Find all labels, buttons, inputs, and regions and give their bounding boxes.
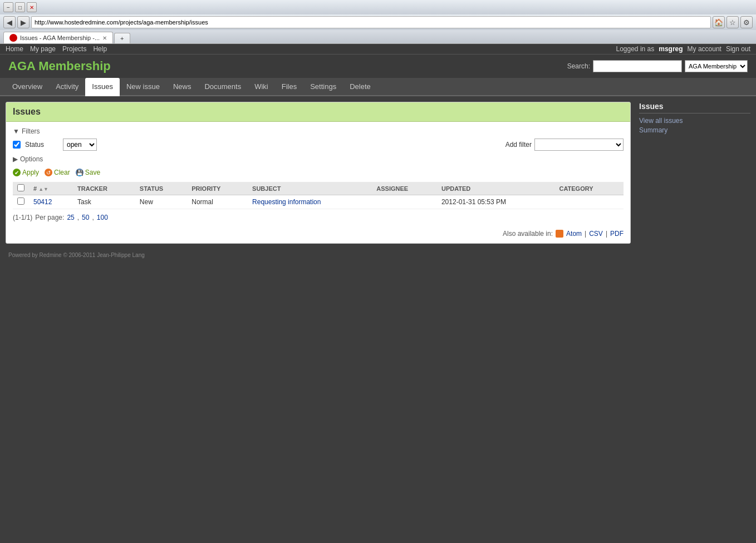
page-footer: Powered by Redmine © 2006-2011 Jean-Phil… xyxy=(0,249,756,261)
tab-files[interactable]: Files xyxy=(275,78,303,95)
tab-bar: Issues - AGA Membership -... ✕ + xyxy=(0,30,756,43)
new-tab-button[interactable]: + xyxy=(114,33,130,43)
col-id[interactable]: # ▲▼ xyxy=(29,182,73,195)
content-wrapper: Issues ▼ Filters Status open closed xyxy=(0,96,756,249)
col-status[interactable]: STATUS xyxy=(135,182,187,195)
col-subject[interactable]: SUBJECT xyxy=(248,182,372,195)
row-id: 50412 xyxy=(29,195,73,209)
tab-settings[interactable]: Settings xyxy=(303,78,343,95)
username-display: msgreg xyxy=(659,45,683,53)
close-button[interactable]: ✕ xyxy=(27,2,37,12)
home-button[interactable]: 🏠 xyxy=(713,16,725,28)
window-controls[interactable]: − □ ✕ xyxy=(3,2,37,12)
filters-toggle[interactable]: ▼ Filters xyxy=(13,127,624,135)
row-assignee xyxy=(372,195,437,209)
issues-page-title: Issues xyxy=(13,107,41,116)
tab-news[interactable]: News xyxy=(166,78,198,95)
tab-documents[interactable]: Documents xyxy=(198,78,248,95)
tab-new-issue[interactable]: New issue xyxy=(120,78,166,95)
separator-1: | xyxy=(585,230,586,238)
tab-issues[interactable]: Issues xyxy=(85,78,120,96)
col-tracker[interactable]: TRACKER xyxy=(73,182,135,195)
issues-header: Issues xyxy=(6,102,630,122)
minimize-button[interactable]: − xyxy=(3,2,13,12)
apply-button[interactable]: ✔ Apply xyxy=(13,169,39,176)
footer-text: Powered by Redmine © 2006-2011 Jean-Phil… xyxy=(8,252,145,258)
tab-close-button[interactable]: ✕ xyxy=(102,35,107,41)
tab-title: Issues - AGA Membership -... xyxy=(20,34,100,41)
pagination-info: (1-1/1) xyxy=(13,214,32,221)
csv-link[interactable]: CSV xyxy=(589,230,603,238)
available-in-row: Also available in: Atom | CSV | PDF xyxy=(13,230,624,238)
project-nav: Overview Activity Issues New issue News … xyxy=(0,78,756,96)
restore-button[interactable]: □ xyxy=(15,2,25,12)
row-tracker: Task xyxy=(73,195,135,209)
clear-button[interactable]: ↺ Clear xyxy=(45,169,70,176)
pdf-link[interactable]: PDF xyxy=(610,230,624,238)
page-wrapper: Home My page Projects Help Logged in as … xyxy=(0,44,756,433)
col-check xyxy=(13,182,29,195)
save-icon: 💾 xyxy=(76,169,84,176)
table-body: 50412 Task New Normal Requesting informa… xyxy=(13,195,624,209)
search-label: Search: xyxy=(567,62,590,70)
address-bar[interactable]: http://www.hostedredmine.com/projects/ag… xyxy=(31,16,711,28)
tab-overview[interactable]: Overview xyxy=(6,78,49,95)
help-link[interactable]: Help xyxy=(93,45,107,53)
per-page-25-link[interactable]: 25 xyxy=(67,214,74,221)
sign-out-link[interactable]: Sign out xyxy=(726,45,750,53)
search-scope-select[interactable]: AGA Membership xyxy=(685,60,748,72)
logged-in-label: Logged in as xyxy=(616,45,655,53)
url-input[interactable]: http://www.hostedredmine.com/projects/ag… xyxy=(35,19,708,26)
tab-delete[interactable]: Delete xyxy=(343,78,377,95)
add-filter-label: Add filter xyxy=(505,141,532,149)
table-header-row: # ▲▼ TRACKER STATUS PRIORITY SUBJECT ASS… xyxy=(13,182,624,195)
available-in-label: Also available in: xyxy=(503,230,553,238)
save-label: Save xyxy=(85,169,100,176)
row-check xyxy=(13,195,29,209)
main-content: Issues ▼ Filters Status open closed xyxy=(6,102,631,244)
title-bar: − □ ✕ xyxy=(0,0,756,14)
mypage-link[interactable]: My page xyxy=(30,45,56,53)
filters-triangle-icon: ▼ xyxy=(13,127,19,135)
nav-bar: ◀ ▶ http://www.hostedredmine.com/project… xyxy=(0,14,756,30)
active-tab[interactable]: Issues - AGA Membership -... ✕ xyxy=(3,32,113,43)
tab-activity[interactable]: Activity xyxy=(49,78,85,95)
per-page-50-link[interactable]: 50 xyxy=(82,214,89,221)
sort-arrows-id: ▲▼ xyxy=(38,186,48,192)
options-toggle[interactable]: ▶ Options xyxy=(13,155,624,163)
separator-2: | xyxy=(606,230,607,238)
status-filter-select[interactable]: open closed all xyxy=(63,139,97,151)
sidebar-summary[interactable]: Summary xyxy=(639,126,750,134)
issue-subject-link[interactable]: Requesting information xyxy=(252,198,321,206)
select-all-checkbox[interactable] xyxy=(17,184,24,191)
row-checkbox[interactable] xyxy=(17,198,24,205)
rss-icon xyxy=(556,230,563,238)
search-input[interactable] xyxy=(593,60,682,72)
save-button[interactable]: 💾 Save xyxy=(76,169,100,176)
row-subject: Requesting information xyxy=(248,195,372,209)
atom-link[interactable]: Atom xyxy=(566,230,582,238)
per-page-100-link[interactable]: 100 xyxy=(97,214,108,221)
browser-chrome: − □ ✕ ◀ ▶ http://www.hostedredmine.com/p… xyxy=(0,0,756,44)
back-button[interactable]: ◀ xyxy=(3,16,16,28)
tab-wiki[interactable]: Wiki xyxy=(248,78,275,95)
col-priority[interactable]: PRIORITY xyxy=(187,182,248,195)
issue-id-link[interactable]: 50412 xyxy=(33,198,52,206)
star-button[interactable]: ☆ xyxy=(726,16,739,28)
forward-button[interactable]: ▶ xyxy=(17,16,30,28)
sidebar-view-all-issues[interactable]: View all issues xyxy=(639,117,750,125)
project-title[interactable]: AGA Membership xyxy=(8,59,111,73)
projects-link[interactable]: Projects xyxy=(62,45,86,53)
col-updated[interactable]: UPDATED xyxy=(437,182,555,195)
col-assignee[interactable]: ASSIGNEE xyxy=(372,182,437,195)
options-triangle-icon: ▶ xyxy=(13,155,18,163)
pagination-row: (1-1/1) Per page: 25, 50, 100 xyxy=(13,214,624,221)
status-filter-checkbox[interactable] xyxy=(13,141,21,149)
options-label: Options xyxy=(20,155,43,163)
col-category[interactable]: CATEGORY xyxy=(554,182,624,195)
home-link[interactable]: Home xyxy=(6,45,23,53)
my-account-link[interactable]: My account xyxy=(688,45,721,53)
settings-nav-button[interactable]: ⚙ xyxy=(740,16,753,28)
add-filter-select[interactable] xyxy=(534,139,624,151)
filters-label: Filters xyxy=(22,127,40,135)
